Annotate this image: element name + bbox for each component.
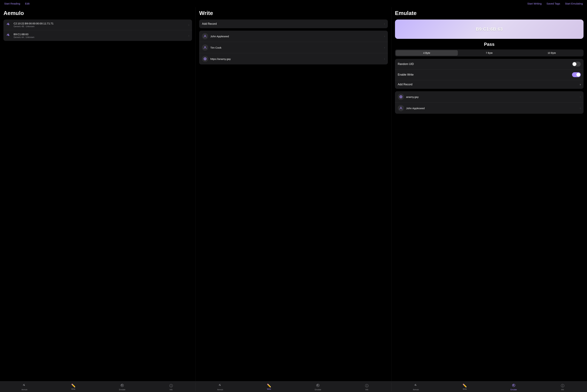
tab-emulate-2-label: Emulate: [315, 389, 321, 390]
write-record-2-chevron: ›: [384, 46, 385, 49]
tab-aemulo-2[interactable]: Aemulo: [215, 383, 225, 391]
settings-card: Random UID Enable Write Add Record ›: [395, 59, 584, 89]
device-list: C2:10:22:B9:00:00:00:00:11:71:71 Generic…: [3, 20, 192, 41]
enable-write-knob: [577, 73, 580, 76]
add-record-button[interactable]: Add Record ›: [199, 20, 388, 28]
emulate-record-1-text: anamy.gay: [406, 96, 580, 98]
tab-write-2[interactable]: ✏️ Write: [264, 383, 274, 391]
tab-info-2-label: Info: [365, 389, 368, 390]
byte-7-button[interactable]: 7 Byte: [458, 50, 520, 56]
tab-write-1-label: Write: [71, 388, 75, 390]
tab-info-3[interactable]: ⓘ Info: [558, 383, 568, 391]
globe-icon-write: [202, 56, 208, 62]
tab-aemulo-3[interactable]: Aemulo: [411, 383, 421, 391]
device-item-2[interactable]: B9:C1:6B:63 Generic 4A : Unknown ›: [3, 30, 192, 41]
write-record-3-chevron: ›: [384, 57, 385, 60]
write-record-2[interactable]: Tim Cook ›: [199, 42, 388, 53]
emulate-add-record-chevron: ›: [580, 83, 581, 86]
enable-write-toggle[interactable]: [572, 72, 581, 77]
tab-aemulo-1-label: Aemulo: [21, 389, 27, 390]
tab-emulate-1-label: Emulate: [119, 389, 125, 390]
device-1-chevron: ›: [188, 23, 189, 26]
device-2-chevron: ›: [188, 34, 189, 37]
tab-emulate-2[interactable]: Emulate: [313, 383, 323, 391]
add-record-card: Add Record ›: [199, 20, 388, 28]
write-record-2-text: Tim Cook: [210, 46, 384, 49]
write-record-3-label: https://anamy.gay: [210, 58, 384, 60]
tab-aemulo-3-label: Aemulo: [413, 389, 419, 390]
write-panel: Write Add Record › John Appleseed: [196, 7, 391, 381]
emulate-uid-card: B9:C1:6B:63: [395, 20, 584, 39]
write-record-1[interactable]: John Appleseed ›: [199, 31, 388, 42]
device-2-uid: B9:C1:6B:63: [13, 33, 188, 36]
edit-button[interactable]: Edit: [25, 2, 29, 5]
tab-write-3[interactable]: ✏️ Write: [460, 383, 470, 391]
write-record-2-label: Tim Cook: [210, 46, 384, 49]
tab-write-2-label: Write: [267, 388, 271, 390]
saved-tags-button[interactable]: Saved Tags: [547, 2, 560, 5]
device-1-uid: C2:10:22:B9:00:00:00:00:11:71:71: [13, 22, 188, 25]
person-icon-emulate: [398, 105, 404, 111]
emulate-record-2-text: John Appleseed: [406, 107, 580, 110]
device-2-text: B9:C1:6B:63 Generic 4A : Unknown: [13, 33, 188, 38]
tab-info-1[interactable]: ⓘ Info: [166, 383, 176, 391]
write-records-list: John Appleseed › Tim Cook ›: [199, 31, 388, 64]
tab-aemulo-2-label: Aemulo: [217, 389, 223, 390]
byte-4-button[interactable]: 4 Byte: [396, 50, 458, 56]
emulate-add-record-row[interactable]: Add Record ›: [395, 80, 584, 89]
pencil-tab-icon-2: ✏️: [267, 384, 271, 388]
tab-emulate-3-label: Emulate: [510, 389, 517, 390]
emulate-record-1-label: anamy.gay: [406, 96, 580, 98]
svg-point-15: [513, 385, 514, 386]
pencil-tab-icon-1: ✏️: [71, 384, 75, 388]
svg-point-6: [400, 107, 401, 108]
tab-aemulo-1[interactable]: Aemulo: [19, 383, 29, 391]
nfc-tab-icon-1: [22, 384, 26, 388]
tab-emulate-1[interactable]: Emulate: [117, 383, 127, 391]
pencil-tab-icon-3: ✏️: [463, 384, 467, 388]
tab-write-1[interactable]: ✏️ Write: [68, 383, 78, 391]
svg-point-9: [122, 385, 123, 386]
device-item-1[interactable]: C2:10:22:B9:00:00:00:00:11:71:71 Generic…: [3, 20, 192, 30]
emulate-record-1[interactable]: anamy.gay ›: [395, 91, 584, 102]
add-record-label: Add Record: [202, 22, 217, 26]
nfc-tab-icon-2: [218, 384, 222, 388]
random-uid-knob: [573, 62, 577, 66]
nfc-outer-tab-icon-1: [120, 384, 124, 388]
emulate-record-2-label: John Appleseed: [406, 107, 580, 110]
write-record-1-chevron: ›: [384, 35, 385, 38]
start-reading-button[interactable]: Start Reading: [4, 2, 20, 5]
byte-10-button[interactable]: 10 Byte: [521, 50, 583, 56]
start-writing-button[interactable]: Start Writing: [527, 2, 542, 5]
tab-info-3-label: Info: [561, 389, 564, 390]
write-title: Write: [199, 10, 388, 16]
svg-point-7: [24, 385, 25, 386]
emulate-uid-display: B9:C1:6B:63: [399, 26, 580, 32]
main-content: Aemulo C2:10:22:B9:00:00:00:00:11:71:71 …: [0, 7, 587, 381]
info-tab-icon-1: ⓘ: [169, 384, 173, 388]
add-record-chevron: ›: [384, 22, 385, 26]
svg-point-0: [8, 24, 9, 25]
nfc-outer-tab-icon-2: [316, 384, 320, 388]
person-icon-1: [202, 33, 208, 39]
tab-write-3-label: Write: [463, 388, 467, 390]
write-record-3[interactable]: https://anamy.gay ›: [199, 53, 388, 64]
write-record-3-text: https://anamy.gay: [210, 58, 384, 60]
nav-left: Start Reading Edit: [4, 2, 29, 5]
svg-point-12: [318, 385, 318, 386]
emulate-record-2[interactable]: John Appleseed ›: [395, 102, 584, 114]
emulate-add-record-label: Add Record: [398, 83, 413, 86]
nfc-icon-1: [6, 22, 11, 28]
start-emulating-button[interactable]: Start Emulating: [565, 2, 583, 5]
write-record-1-label: John Appleseed: [210, 35, 384, 38]
emulate-records-list: anamy.gay › John Appleseed ›: [395, 91, 584, 114]
device-1-text: C2:10:22:B9:00:00:00:00:11:71:71 Generic…: [13, 22, 188, 28]
tab-info-2[interactable]: ⓘ Info: [362, 383, 372, 391]
tab-emulate-3[interactable]: Emulate: [509, 383, 519, 391]
enable-write-row: Enable Write: [395, 70, 584, 80]
aemulo-title: Aemulo: [3, 10, 192, 16]
tab-group-3: Aemulo ✏️ Write Emulate ⓘ Info: [392, 383, 587, 391]
tab-bar: Aemulo ✏️ Write Emulate ⓘ Info: [0, 381, 587, 392]
write-record-1-text: John Appleseed: [210, 35, 384, 38]
random-uid-toggle[interactable]: [572, 62, 581, 66]
